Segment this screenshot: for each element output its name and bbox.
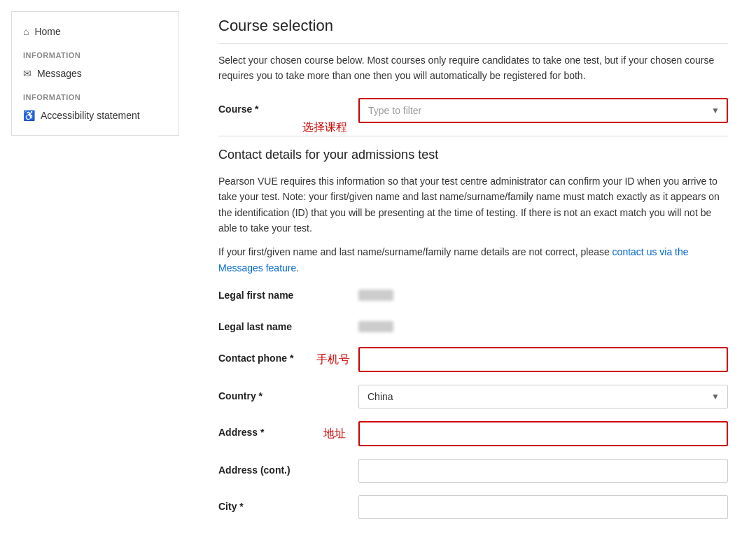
contact-section-title: Contact details for your admissions test <box>218 148 728 162</box>
sidebar-item-accessibility[interactable]: ♿ Accessibility statement <box>12 104 178 127</box>
sidebar-messages-label: Messages <box>37 68 82 79</box>
sidebar: ⌂ Home INFORMATION ✉ Messages INFORMATIO… <box>11 11 179 136</box>
course-description: Select your chosen course below. Most co… <box>218 52 728 84</box>
legal-first-name-value <box>358 290 393 301</box>
contact-phone-wrap: 手机号 <box>358 347 728 372</box>
legal-first-name-value-wrap <box>358 284 728 303</box>
address-input[interactable] <box>358 421 728 446</box>
sidebar-home-label: Home <box>34 26 60 37</box>
sidebar-accessibility-label: Accessibility statement <box>41 110 140 121</box>
legal-first-name-row: Legal first name <box>218 284 728 303</box>
annotation-course: 选择课程 <box>302 120 347 135</box>
city-row: City * <box>218 495 728 519</box>
contact-phone-input[interactable] <box>358 347 728 372</box>
main-content: Course selection Select your chosen cour… <box>190 0 756 554</box>
home-icon: ⌂ <box>23 26 29 37</box>
country-wrap: China United States United Kingdom Other… <box>358 385 728 409</box>
city-label: City * <box>218 495 358 512</box>
city-input[interactable] <box>358 495 728 519</box>
country-select[interactable]: China United States United Kingdom Other <box>358 385 728 409</box>
sidebar-item-messages[interactable]: ✉ Messages <box>12 62 178 85</box>
messages-icon: ✉ <box>23 68 31 79</box>
page-title: Course selection <box>218 17 728 44</box>
course-row: Course * Type to filter ▼ 选择课程 <box>218 98 728 123</box>
legal-last-name-row: Legal last name <box>218 315 728 334</box>
address-label: Address * <box>218 421 358 438</box>
sidebar-item-home[interactable]: ⌂ Home <box>12 20 178 43</box>
legal-first-name-label: Legal first name <box>218 284 358 301</box>
contact-phone-label: Contact phone * <box>218 347 358 364</box>
contact-desc-2-prefix: If your first/given name and last name/s… <box>218 246 612 257</box>
address-row: Address * 地址 <box>218 421 728 446</box>
contact-phone-row: Contact phone * 手机号 <box>218 347 728 372</box>
legal-last-name-label: Legal last name <box>218 315 358 332</box>
address-wrap: 地址 <box>358 421 728 446</box>
country-label: Country * <box>218 385 358 402</box>
address-cont-wrap <box>358 459 728 483</box>
accessibility-icon: ♿ <box>23 110 35 121</box>
sidebar-section-1: INFORMATION <box>12 43 178 62</box>
course-control-wrap: Type to filter ▼ 选择课程 <box>358 98 728 123</box>
contact-desc-2-suffix: . <box>296 262 299 274</box>
contact-desc-1: Pearson VUE requires this information so… <box>218 173 728 236</box>
legal-last-name-value <box>358 321 393 332</box>
contact-desc-2: If your first/given name and last name/s… <box>218 244 728 276</box>
course-label: Course * <box>218 98 358 115</box>
sidebar-section-2: INFORMATION <box>12 85 178 104</box>
course-select[interactable]: Type to filter <box>358 98 728 123</box>
address-cont-row: Address (cont.) <box>218 459 728 483</box>
legal-last-name-value-wrap <box>358 315 728 334</box>
address-cont-label: Address (cont.) <box>218 459 358 476</box>
section-divider <box>218 136 728 136</box>
city-wrap <box>358 495 728 519</box>
address-cont-input[interactable] <box>358 459 728 483</box>
country-row: Country * China United States United Kin… <box>218 385 728 409</box>
